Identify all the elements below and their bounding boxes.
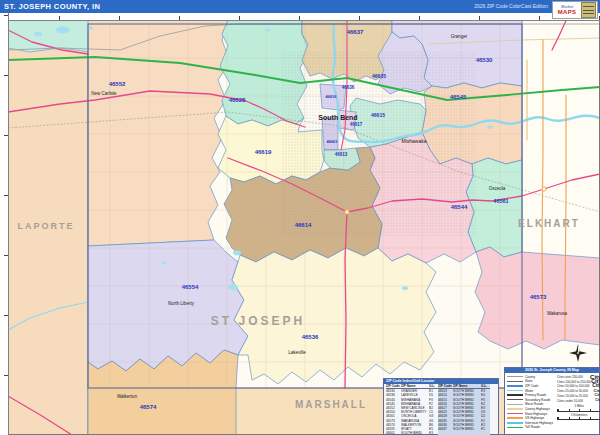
scale-bar-miles: 5 Miles	[557, 405, 600, 411]
legend-swatch	[507, 381, 523, 382]
legend-swatch	[507, 376, 523, 377]
urban-area-shading	[282, 52, 477, 237]
zip-index-table: ZIP Code Index/Grid Locator ZIP CodeZIP …	[383, 378, 499, 435]
legend-swatch	[507, 385, 523, 386]
zip-table-cell: E3	[429, 431, 438, 435]
zip-table-cell	[438, 431, 453, 435]
legend-item-toll-roads: Toll Roads	[507, 425, 555, 430]
zip-table-cell	[481, 431, 490, 435]
legend-city-class: Cities 25,000 to 50,000City	[557, 389, 600, 394]
legend-item-label: Secondary Roads	[525, 398, 550, 402]
interchange-icon	[542, 187, 546, 191]
legend-item-label: State Highways	[525, 412, 547, 416]
legend-swatch	[507, 394, 523, 396]
zip-region-46552	[88, 20, 230, 246]
legend-city-classes: Cities over 250,000CityCities 100,000 to…	[556, 373, 600, 430]
grid-ruler-top	[0, 13, 600, 21]
legend-item-label: Primary Roads	[525, 393, 546, 397]
legend-city-class: Cities under 10,000City	[557, 398, 600, 403]
city-class-label: Cities under 10,000	[557, 399, 583, 403]
legend-item-label: State	[525, 379, 532, 383]
edition-label: 2026 ZIP Code ColorCast Edition	[474, 0, 548, 13]
zip-region-46574	[88, 350, 238, 435]
legend-item-label: Minor Roads	[525, 402, 543, 406]
city-class-label: Cities over 250,000	[557, 375, 583, 379]
scale-bar-km: 5 Kilometers	[557, 414, 600, 420]
zip-table-cell: SOUTH BEND	[401, 431, 429, 435]
legend-item-label: County Highways	[525, 407, 550, 411]
map-title: ST. JOSEPH COUNTY, IN	[4, 0, 100, 13]
legend-swatch	[507, 422, 523, 424]
zip-index-grid: ZIP CodeZIP NameG.L.ZIP CodeZIP NameG.L.…	[384, 384, 498, 435]
city-class-sample: City	[595, 399, 600, 402]
zip-region-46573	[475, 247, 600, 349]
city-class-label: Cities 100,000 to 250,000	[557, 380, 591, 384]
legend-item-label: ZIP Code	[525, 384, 538, 388]
legend-swatch	[507, 404, 523, 405]
legend-symbol-list: CountyStateZIP CodeWaterPrimary RoadsSec…	[505, 373, 556, 430]
title-bar: ST. JOSEPH COUNTY, IN 2026 ZIP Code Colo…	[0, 0, 600, 13]
legend-swatch	[507, 427, 523, 429]
region-laporte	[8, 20, 88, 435]
zipcode-wall-map-page: { "header": { "title": "ST. JOSEPH COUNT…	[0, 0, 600, 435]
logo-address-block	[581, 2, 596, 18]
marketmaps-logo: Market MAPS	[552, 1, 598, 19]
legend-swatch	[507, 417, 523, 419]
city-class-label: Cities 10,000 to 25,000	[557, 394, 588, 398]
legend-swatch	[507, 413, 523, 415]
interchange-icon	[345, 210, 349, 214]
city-class-label: Cities 25,000 to 50,000	[557, 389, 588, 393]
map-legend: 2026 St. Joseph County, IN Map CountySta…	[504, 367, 600, 435]
legend-item-label: Toll Roads	[525, 425, 540, 429]
logo-wordmark: Market MAPS	[553, 5, 581, 15]
zip-table-cell	[453, 431, 481, 435]
legend-swatch	[507, 399, 523, 400]
grid-ruler-left	[0, 13, 9, 435]
zip-table-cell: 46601	[386, 431, 401, 435]
legend-item-label: Interstate Highways	[525, 421, 553, 425]
legend-item-label: County	[525, 375, 535, 379]
legend-swatch	[507, 408, 523, 410]
legend-item-label: Water	[525, 389, 533, 393]
city-class-label: Cities 50,000 to 100,000	[557, 384, 590, 388]
legend-item-label: US Highways	[525, 416, 544, 420]
legend-swatch	[507, 390, 523, 392]
